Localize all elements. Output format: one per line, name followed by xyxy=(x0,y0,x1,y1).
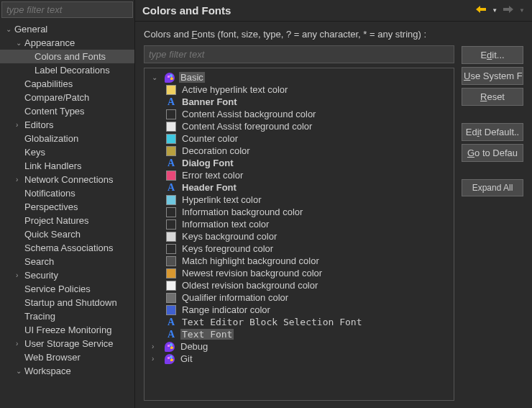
sidebar-item-label: General xyxy=(14,24,47,35)
sidebar-item-service-policies[interactable]: Service Policies xyxy=(0,282,134,296)
sidebar-item-label: User Storage Service xyxy=(24,338,114,349)
sidebar-item-search[interactable]: Search xyxy=(0,255,134,268)
sidebar-item-workspace[interactable]: ⌄Workspace xyxy=(0,364,134,378)
sidebar-item-schema-associations[interactable]: Schema Associations xyxy=(0,241,134,255)
back-icon[interactable] xyxy=(474,4,487,17)
tree-item-text-font[interactable]: AText Font xyxy=(145,328,454,340)
tree-item-label: Content Assist background color xyxy=(180,109,317,119)
tree-item-match-highlight-background-color[interactable]: Match highlight background color xyxy=(145,255,454,267)
sidebar-item-globalization[interactable]: Globalization xyxy=(0,132,134,145)
tree-item-label: Dialog Font xyxy=(180,158,235,168)
sidebar-item-project-natures[interactable]: Project Natures xyxy=(0,214,134,227)
tree-item-banner-font[interactable]: ABanner Font xyxy=(145,96,454,108)
content-filter-input[interactable] xyxy=(144,45,454,63)
color-swatch xyxy=(166,268,176,278)
sidebar-item-keys[interactable]: Keys xyxy=(0,145,134,159)
tree-item-newest-revision-background-color[interactable]: Newest revision background color xyxy=(145,267,454,279)
sidebar-item-link-handlers[interactable]: Link Handlers xyxy=(0,159,134,173)
tree-item-counter-color[interactable]: Counter color xyxy=(145,132,454,145)
tree-item-hyperlink-text-color[interactable]: Hyperlink text color xyxy=(145,194,454,206)
sidebar-item-quick-search[interactable]: Quick Search xyxy=(0,227,134,241)
palette-icon xyxy=(165,342,175,352)
sidebar-item-label: Link Handlers xyxy=(24,160,82,171)
sidebar-item-label: Perspectives xyxy=(24,201,78,212)
sidebar-item-capabilities[interactable]: Capabilities xyxy=(0,77,134,91)
tree-item-debug[interactable]: ›Debug xyxy=(145,340,454,353)
go-to-default-button[interactable]: Go to Defau xyxy=(462,144,523,162)
edit-button[interactable]: Edit... xyxy=(462,46,523,64)
sidebar-item-label: Compare/Patch xyxy=(24,92,89,103)
tree-item-label: Hyperlink text color xyxy=(180,194,263,205)
sidebar-item-label: Web Browser xyxy=(24,352,81,363)
palette-icon xyxy=(165,73,175,83)
back-dropdown-icon[interactable]: ▼ xyxy=(492,7,497,14)
tree-item-content-assist-foreground-color[interactable]: Content Assist foreground color xyxy=(145,120,454,132)
sidebar-item-general[interactable]: ⌄General xyxy=(0,22,134,36)
tree-item-label: Git xyxy=(179,353,194,364)
sidebar-tree: ⌄General⌄AppearanceColors and FontsLabel… xyxy=(0,19,134,408)
color-swatch xyxy=(166,232,176,242)
forward-dropdown-icon[interactable]: ▼ xyxy=(519,7,525,14)
tree-item-information-text-color[interactable]: Information text color xyxy=(145,218,454,230)
sidebar-item-label: Colors and Fonts xyxy=(35,51,106,62)
sidebar-item-tracing[interactable]: Tracing xyxy=(0,309,134,323)
chevron-down-icon: ⌄ xyxy=(16,39,24,47)
sidebar-item-compare-patch[interactable]: Compare/Patch xyxy=(0,91,134,104)
chevron-right-icon: › xyxy=(152,355,160,363)
tree-item-label: Qualifier information color xyxy=(180,292,290,303)
palette-icon xyxy=(165,354,175,364)
sidebar-item-appearance[interactable]: ⌄Appearance xyxy=(0,36,134,50)
sidebar-item-ui-freeze-monitoring[interactable]: UI Freeze Monitoring xyxy=(0,323,134,337)
tree-item-active-hyperlink-text-color[interactable]: Active hyperlink text color xyxy=(145,83,454,96)
tree-item-git[interactable]: ›Git xyxy=(145,353,454,365)
sidebar-item-security[interactable]: ›Security xyxy=(0,268,134,282)
sidebar-item-label: Security xyxy=(24,270,58,281)
sidebar-filter-input[interactable] xyxy=(1,1,133,18)
tree-item-keys-foreground-color[interactable]: Keys foreground color xyxy=(145,242,454,255)
sidebar-item-label: Project Natures xyxy=(24,215,89,226)
sidebar-item-user-storage-service[interactable]: ›User Storage Service xyxy=(0,337,134,350)
edit-default-button[interactable]: Edit Default.. xyxy=(462,123,523,141)
expand-all-button[interactable]: Expand All xyxy=(462,179,523,196)
sidebar-item-notifications[interactable]: Notifications xyxy=(0,186,134,200)
tree-item-header-font[interactable]: AHeader Font xyxy=(145,181,454,194)
sidebar-item-editors[interactable]: ›Editors xyxy=(0,118,134,132)
tree-item-qualifier-information-color[interactable]: Qualifier information color xyxy=(145,291,454,304)
use-system-font-button[interactable]: Use System Fo xyxy=(462,67,523,85)
sidebar-item-content-types[interactable]: Content Types xyxy=(0,104,134,118)
tree-item-decoration-color[interactable]: Decoration color xyxy=(145,145,454,157)
tree-item-information-background-color[interactable]: Information background color xyxy=(145,206,454,218)
desc-suffix: onts (font, size, type, ? = any characte… xyxy=(197,29,426,40)
color-swatch xyxy=(166,146,176,156)
sidebar-item-colors-and-fonts[interactable]: Colors and Fonts xyxy=(0,50,134,63)
preferences-sidebar: ⌄General⌄AppearanceColors and FontsLabel… xyxy=(0,0,135,408)
tree-item-basic[interactable]: ⌄Basic xyxy=(145,71,454,83)
tree-item-dialog-font[interactable]: ADialog Font xyxy=(145,157,454,169)
tree-item-content-assist-background-color[interactable]: Content Assist background color xyxy=(145,108,454,120)
tree-item-text-editor-block-selection-font[interactable]: AText Editor Block Selection Font xyxy=(145,316,454,328)
color-swatch xyxy=(166,281,176,291)
tree-item-error-text-color[interactable]: Error text color xyxy=(145,169,454,181)
sidebar-item-web-browser[interactable]: Web Browser xyxy=(0,350,134,364)
color-swatch xyxy=(166,122,176,132)
sidebar-item-label: UI Freeze Monitoring xyxy=(24,325,111,335)
tree-item-range-indicator-color[interactable]: Range indicator color xyxy=(145,304,454,316)
content-left: Colors and Fonts (font, size, type, ? = … xyxy=(144,29,454,401)
reset-button[interactable]: Reset xyxy=(462,88,523,106)
tree-item-label: Range indicator color xyxy=(180,304,272,315)
sidebar-item-perspectives[interactable]: Perspectives xyxy=(0,200,134,214)
tree-item-oldest-revision-background-color[interactable]: Oldest revision background color xyxy=(145,279,454,291)
color-swatch xyxy=(166,219,176,230)
tree-item-label: Active hyperlink text color xyxy=(180,84,289,95)
tree-item-label: Information background color xyxy=(180,207,304,217)
sidebar-item-startup-and-shutdown[interactable]: Startup and Shutdown xyxy=(0,296,134,309)
chevron-right-icon: › xyxy=(152,343,160,350)
font-icon: A xyxy=(166,330,176,340)
color-swatch xyxy=(166,305,176,315)
sidebar-item-label-decorations[interactable]: Label Decorations xyxy=(0,63,134,77)
forward-icon[interactable] xyxy=(502,4,515,17)
tree-item-label: Text Font xyxy=(180,329,234,340)
tree-item-keys-background-color[interactable]: Keys background color xyxy=(145,230,454,242)
sidebar-item-network-connections[interactable]: ›Network Connections xyxy=(0,173,134,186)
tree-item-label: Basic xyxy=(179,72,205,83)
